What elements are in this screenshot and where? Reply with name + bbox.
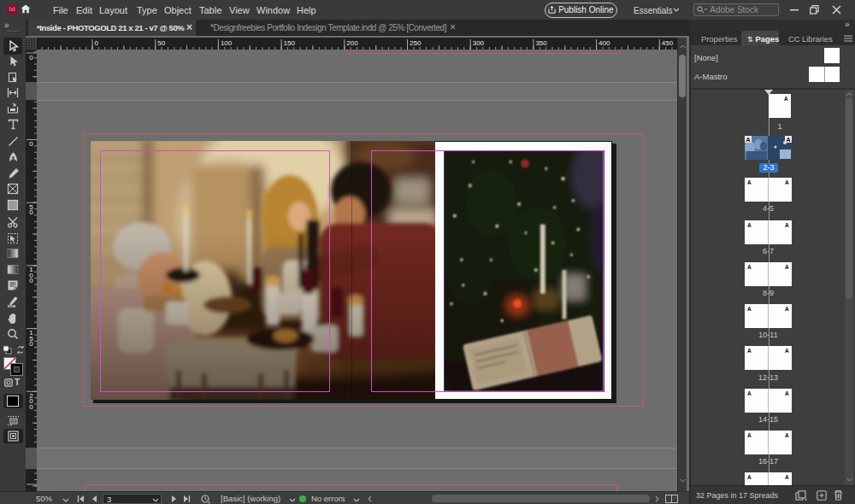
svg-text:250: 250 bbox=[410, 39, 422, 47]
svg-text:450: 450 bbox=[662, 39, 674, 47]
svg-text:0: 0 bbox=[29, 140, 33, 148]
svg-text:350: 350 bbox=[535, 39, 547, 47]
svg-text:50: 50 bbox=[157, 39, 165, 47]
svg-text:0: 0 bbox=[29, 208, 33, 216]
svg-text:0: 0 bbox=[95, 39, 99, 47]
svg-text:300: 300 bbox=[473, 39, 485, 47]
svg-text:0: 0 bbox=[29, 340, 33, 348]
svg-text:0: 0 bbox=[29, 54, 33, 62]
svg-text:150: 150 bbox=[284, 39, 296, 47]
svg-text:0: 0 bbox=[29, 403, 33, 411]
svg-text:100: 100 bbox=[221, 39, 233, 47]
svg-text:0: 0 bbox=[29, 277, 33, 284]
svg-text:200: 200 bbox=[346, 39, 358, 47]
svg-text:400: 400 bbox=[598, 39, 610, 47]
